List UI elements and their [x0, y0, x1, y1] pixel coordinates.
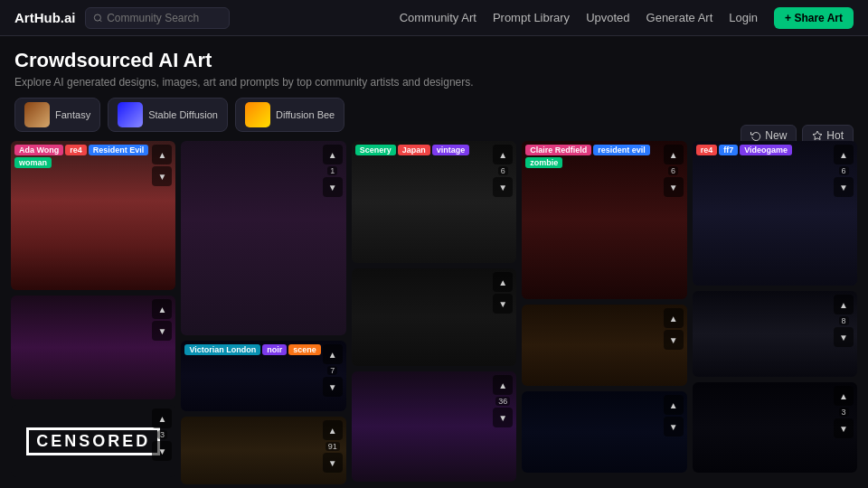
art-card-7[interactable]: Scenery Japan vintage ▲ 6 ▼ [352, 141, 516, 263]
upvote-button[interactable]: ▲ [834, 295, 854, 314]
downvote-button[interactable]: ▼ [152, 441, 172, 461]
card-3-actions: ▲ 3 ▼ [152, 408, 172, 461]
tag-noir[interactable]: noir [262, 344, 287, 355]
downvote-button[interactable]: ▼ [834, 177, 854, 197]
card-2-actions: ▲ ▼ [152, 299, 172, 341]
card-7-actions: ▲ 6 ▼ [493, 145, 513, 197]
login-button[interactable]: Login [729, 11, 758, 24]
art-card-3-censored[interactable]: CENSORED ▲ 3 ▼ [11, 405, 175, 477]
upvote-button[interactable]: ▲ [493, 145, 513, 164]
card-8-actions: ▲ ▼ [493, 272, 513, 314]
card-13-actions: ▲ 6 ▼ [834, 145, 854, 197]
upvote-button[interactable]: ▲ [152, 145, 172, 164]
tag-resident-evil[interactable]: Resident Evil [89, 145, 149, 155]
tag-scenery[interactable]: Scenery [355, 145, 396, 155]
tag-zombie[interactable]: zombie [525, 157, 562, 168]
masonry-grid: Ada Wong re4 Resident Evil woman ▲ ▼ ▲ ▼ [0, 141, 868, 484]
upvote-button[interactable]: ▲ [323, 145, 343, 164]
page-title: Crowdsourced AI Art [14, 49, 854, 72]
downvote-button[interactable]: ▼ [493, 408, 513, 427]
art-card-15[interactable]: ▲ 3 ▼ [693, 382, 857, 473]
upvote-button[interactable]: ▲ [664, 395, 684, 415]
art-card-8[interactable]: ▲ ▼ [352, 268, 516, 366]
downvote-button[interactable]: ▼ [323, 453, 343, 473]
nav-upvoted[interactable]: Upvoted [586, 11, 629, 24]
filter-stable-diffusion[interactable]: Stable Diffusion [108, 98, 228, 132]
tag-ff7[interactable]: ff7 [719, 145, 738, 155]
svg-line-1 [99, 20, 101, 22]
art-card-1[interactable]: Ada Wong re4 Resident Evil woman ▲ ▼ [11, 141, 175, 290]
tag-japan[interactable]: Japan [398, 145, 430, 155]
tag-victorian[interactable]: Victorian London [184, 344, 260, 355]
upvote-count: 3 [157, 430, 167, 439]
logo[interactable]: ArtHub.ai [14, 10, 76, 25]
art-card-5[interactable]: Victorian London noir scene ▲ 7 ▼ [181, 341, 345, 411]
tag-videogame[interactable]: Videogame [740, 145, 792, 155]
upvote-button[interactable]: ▲ [323, 420, 343, 440]
tag-re4[interactable]: re4 [65, 145, 87, 155]
masonry-col-3: Scenery Japan vintage ▲ 6 ▼ ▲ ▼ [352, 141, 516, 484]
art-card-10[interactable]: Claire Redfield resident evil zombie ▲ 6… [522, 141, 686, 299]
upvote-count: 3 [839, 408, 849, 417]
upvote-button[interactable]: ▲ [152, 299, 172, 319]
downvote-button[interactable]: ▼ [834, 327, 854, 347]
tag-re[interactable]: resident evil [593, 145, 650, 155]
tag-woman[interactable]: woman [14, 157, 52, 168]
art-card-12[interactable]: ▲ ▼ [522, 391, 686, 473]
art-card-14[interactable]: ▲ 8 ▼ [693, 291, 857, 377]
art-card-9[interactable]: ▲ 36 ▼ [352, 371, 516, 482]
upvote-button[interactable]: ▲ [834, 386, 854, 406]
card-1-actions: ▲ ▼ [152, 145, 172, 186]
stable-diffusion-icon [118, 102, 143, 127]
downvote-button[interactable]: ▼ [493, 294, 513, 314]
downvote-button[interactable]: ▼ [152, 321, 172, 341]
masonry-col-4: Claire Redfield resident evil zombie ▲ 6… [522, 141, 686, 484]
tag-vintage[interactable]: vintage [432, 145, 470, 155]
upvote-button[interactable]: ▲ [152, 408, 172, 428]
upvote-button[interactable]: ▲ [664, 145, 684, 164]
search-icon [93, 13, 103, 23]
art-card-6[interactable]: ▲ 91 ▼ [181, 417, 345, 484]
art-card-11[interactable]: ▲ ▼ [522, 305, 686, 386]
downvote-button[interactable]: ▼ [493, 177, 513, 197]
downvote-button[interactable]: ▼ [152, 166, 172, 186]
search-input[interactable] [107, 12, 221, 24]
card-15-actions: ▲ 3 ▼ [834, 386, 854, 438]
card-9-actions: ▲ 36 ▼ [493, 375, 513, 427]
tag-claire[interactable]: Claire Redfield [525, 145, 591, 155]
upvote-button[interactable]: ▲ [493, 272, 513, 292]
art-card-4[interactable]: ▲ 1 ▼ [181, 141, 345, 335]
tag-scene[interactable]: scene [288, 344, 321, 355]
svg-point-0 [94, 14, 100, 20]
star-icon [812, 130, 823, 141]
upvote-button[interactable]: ▲ [493, 375, 513, 395]
nav-prompt-library[interactable]: Prompt Library [493, 11, 570, 24]
tag-re4-2[interactable]: re4 [696, 145, 718, 155]
downvote-button[interactable]: ▼ [664, 177, 684, 197]
masonry-columns: Ada Wong re4 Resident Evil woman ▲ ▼ ▲ ▼ [11, 141, 857, 484]
upvote-count: 8 [839, 316, 849, 325]
upvote-count: 6 [839, 166, 849, 175]
filter-diffusion-bee[interactable]: Diffusion Bee [235, 98, 344, 132]
art-card-13[interactable]: re4 ff7 Videogame ▲ 6 ▼ [693, 141, 857, 286]
filter-fantasy[interactable]: Fantasy [14, 98, 100, 132]
upvote-button[interactable]: ▲ [323, 344, 343, 364]
art-card-2[interactable]: ▲ ▼ [11, 296, 175, 399]
nav-generate-art[interactable]: Generate Art [646, 11, 713, 24]
downvote-button[interactable]: ▼ [664, 417, 684, 436]
downvote-button[interactable]: ▼ [323, 377, 343, 397]
masonry-col-2: ▲ 1 ▼ Victorian London noir scene ▲ 7 ▼ [181, 141, 345, 484]
card-4-actions: ▲ 1 ▼ [323, 145, 343, 197]
upvote-button[interactable]: ▲ [834, 145, 854, 164]
upvote-count: 36 [495, 397, 510, 406]
page-subtitle: Explore AI generated designs, images, ar… [14, 76, 854, 89]
upvote-count: 6 [668, 166, 678, 175]
tag-ada-wong[interactable]: Ada Wong [14, 145, 63, 155]
share-art-button[interactable]: + Share Art [774, 7, 854, 29]
downvote-button[interactable]: ▼ [834, 418, 854, 438]
downvote-button[interactable]: ▼ [323, 177, 343, 197]
nav-community-art[interactable]: Community Art [400, 11, 476, 24]
downvote-button[interactable]: ▼ [664, 330, 684, 350]
upvote-button[interactable]: ▲ [664, 308, 684, 328]
masonry-col-1: Ada Wong re4 Resident Evil woman ▲ ▼ ▲ ▼ [11, 141, 175, 484]
